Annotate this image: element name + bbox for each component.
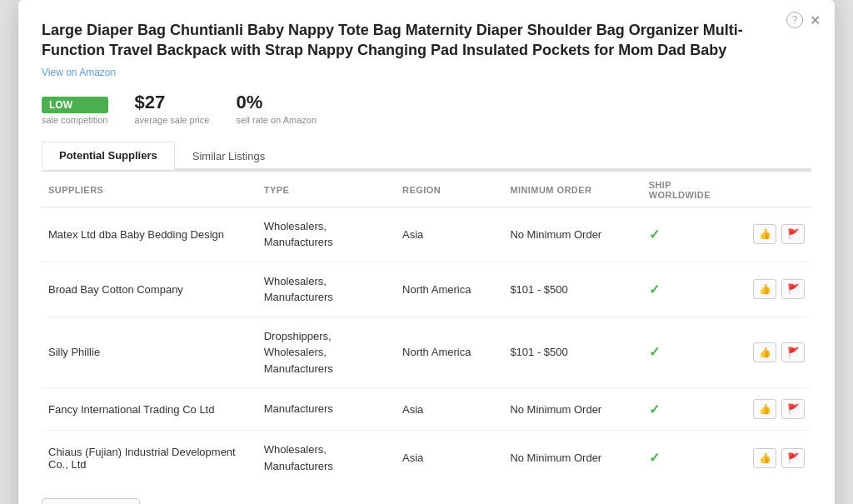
col-header-ship-worldwide: SHIP WORLDWIDE [642, 172, 735, 207]
supplier-ships-worldwide: ✓ [642, 388, 735, 431]
checkmark-icon: ✓ [649, 227, 660, 242]
supplier-min-order: No Minimum Order [503, 388, 641, 431]
supplier-actions: 👍🚩 [735, 317, 811, 388]
supplier-name: Fancy International Trading Co Ltd [42, 388, 257, 431]
table-row: Fancy International Trading Co LtdManufa… [42, 388, 811, 431]
sell-rate-label: sell rate on Amazon [236, 115, 317, 125]
avg-price-value: $27 [135, 92, 210, 113]
thumbs-up-icon: 👍 [759, 452, 771, 464]
supplier-type: Wholesalers, Manufacturers [257, 262, 396, 317]
supplier-name: Silly Phillie [42, 317, 257, 388]
action-buttons: 👍🚩 [741, 399, 805, 419]
supplier-name: Matex Ltd dba Baby Bedding Design [42, 207, 257, 262]
thumbs-up-icon: 👍 [759, 403, 771, 415]
flag-button[interactable]: 🚩 [781, 224, 805, 244]
supplier-ships-worldwide: ✓ [642, 207, 735, 262]
supplier-actions: 👍🚩 [735, 431, 811, 486]
table-row: Chiaus (Fujian) Industrial Development C… [42, 431, 811, 486]
competition-label: sale competition [42, 115, 108, 125]
flag-button[interactable]: 🚩 [781, 279, 805, 299]
col-header-minimum-order: MINIMUM ORDER [503, 172, 641, 207]
tab-similar-listings[interactable]: Similar Listings [175, 142, 282, 170]
flag-button[interactable]: 🚩 [781, 399, 805, 419]
supplier-actions: 👍🚩 [735, 207, 811, 262]
checkmark-icon: ✓ [649, 345, 660, 359]
thumbs-up-button[interactable]: 👍 [753, 448, 776, 468]
table-row: Broad Bay Cotton CompanyWholesalers, Man… [42, 262, 811, 317]
sell-rate-value: 0% [236, 92, 317, 113]
thumbs-up-icon: 👍 [759, 283, 771, 295]
action-buttons: 👍🚩 [741, 224, 805, 244]
supplier-min-order: No Minimum Order [503, 207, 641, 262]
supplier-name: Chiaus (Fujian) Industrial Development C… [42, 431, 257, 486]
flag-icon: 🚩 [787, 347, 800, 358]
supplier-name: Broad Bay Cotton Company [42, 262, 257, 317]
suppliers-table: SUPPLIERS TYPE REGION MINIMUM ORDER SHIP… [42, 172, 811, 486]
more-suppliers-button[interactable]: More Suppliers › [42, 498, 140, 504]
competition-badge: LOW [42, 97, 108, 113]
flag-icon: 🚩 [787, 452, 800, 464]
supplier-region: Asia [396, 207, 503, 262]
table-row: Matex Ltd dba Baby Bedding DesignWholesa… [42, 207, 811, 262]
flag-icon: 🚩 [787, 283, 800, 295]
col-header-region: REGION [396, 172, 503, 207]
view-amazon-link[interactable]: View on Amazon [42, 67, 116, 78]
col-header-type: TYPE [257, 172, 396, 207]
supplier-actions: 👍🚩 [735, 388, 811, 431]
competition-metric: LOW sale competition [42, 97, 108, 125]
avg-price-metric: $27 average sale price [135, 92, 210, 125]
supplier-region: Asia [396, 388, 503, 431]
thumbs-up-button[interactable]: 👍 [753, 342, 776, 362]
checkmark-icon: ✓ [649, 451, 660, 465]
flag-button[interactable]: 🚩 [781, 342, 805, 362]
supplier-min-order: $101 - $500 [503, 262, 641, 317]
col-header-suppliers: SUPPLIERS [42, 172, 257, 207]
flag-icon: 🚩 [787, 228, 800, 240]
help-button[interactable]: ? [786, 12, 803, 28]
thumbs-up-icon: 👍 [759, 347, 771, 358]
supplier-type: Wholesalers, Manufacturers [257, 431, 396, 486]
supplier-ships-worldwide: ✓ [642, 317, 735, 388]
supplier-type: Wholesalers, Manufacturers [257, 207, 396, 262]
supplier-ships-worldwide: ✓ [642, 431, 735, 486]
thumbs-up-button[interactable]: 👍 [753, 399, 776, 419]
close-button[interactable]: ✕ [806, 12, 823, 28]
action-buttons: 👍🚩 [741, 342, 805, 362]
supplier-type: Dropshippers, Wholesalers, Manufacturers [257, 317, 396, 388]
action-buttons: 👍🚩 [741, 448, 805, 468]
supplier-region: North America [396, 317, 503, 388]
supplier-min-order: No Minimum Order [503, 431, 641, 486]
metrics-row: LOW sale competition $27 average sale pr… [42, 92, 811, 125]
tabs-row: Potential Suppliers Similar Listings [42, 142, 811, 170]
supplier-actions: 👍🚩 [735, 262, 811, 317]
col-header-actions [735, 172, 811, 207]
supplier-type: Manufacturers [257, 388, 396, 431]
product-modal: ? ✕ Large Diaper Bag Chuntianli Baby Nap… [18, 0, 835, 504]
table-header-row: SUPPLIERS TYPE REGION MINIMUM ORDER SHIP… [42, 172, 811, 207]
supplier-region: North America [396, 262, 503, 317]
checkmark-icon: ✓ [649, 402, 660, 417]
thumbs-up-icon: 👍 [759, 228, 771, 240]
supplier-region: Asia [396, 431, 503, 486]
avg-price-label: average sale price [135, 115, 210, 125]
sell-rate-metric: 0% sell rate on Amazon [236, 92, 317, 125]
action-buttons: 👍🚩 [741, 279, 805, 299]
supplier-ships-worldwide: ✓ [642, 262, 735, 317]
table-row: Silly PhillieDropshippers, Wholesalers, … [42, 317, 811, 388]
product-title: Large Diaper Bag Chuntianli Baby Nappy T… [42, 20, 791, 61]
flag-button[interactable]: 🚩 [781, 448, 805, 468]
flag-icon: 🚩 [787, 403, 800, 415]
thumbs-up-button[interactable]: 👍 [753, 224, 776, 244]
thumbs-up-button[interactable]: 👍 [753, 279, 776, 299]
tab-potential-suppliers[interactable]: Potential Suppliers [42, 142, 175, 170]
supplier-min-order: $101 - $500 [503, 317, 641, 388]
checkmark-icon: ✓ [649, 282, 660, 297]
